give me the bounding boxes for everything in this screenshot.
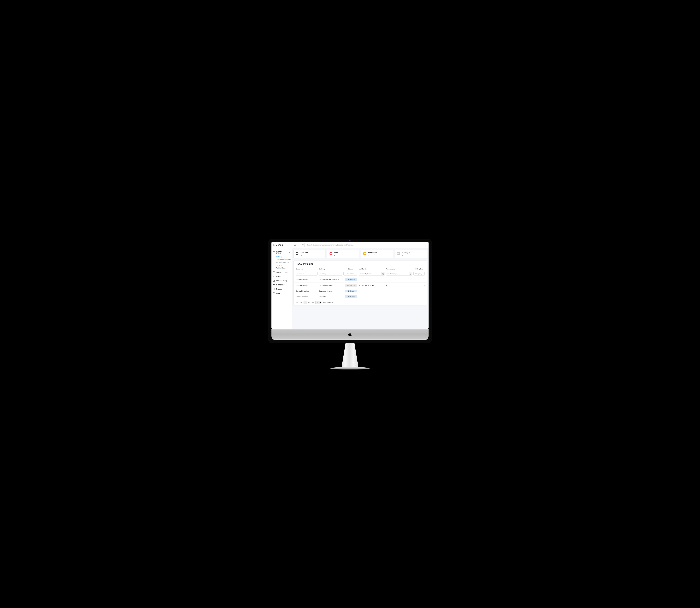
- cell-billing-day: -: [413, 284, 425, 286]
- scope-select-value: All: [294, 244, 296, 246]
- card-title: In Progress: [402, 251, 412, 253]
- sidebar-subitem-running[interactable]: Running: [276, 264, 292, 267]
- help-icon: [273, 292, 275, 294]
- card-value: 0: [334, 254, 338, 256]
- sidebar-nav: Overtime HVAC Invoicing Create New Reque…: [271, 248, 292, 297]
- building-icon: [273, 280, 275, 282]
- pager-prev-button[interactable]: ◀: [300, 301, 303, 304]
- cell-status: Not Ready: [344, 296, 359, 298]
- sort-asc-icon: ↑: [395, 268, 396, 270]
- card-reconciliation[interactable]: Reconciliation 0: [361, 250, 393, 258]
- sidebar: Genea Overtime HVAC Invoicing Create New…: [271, 242, 292, 329]
- filter-building-input[interactable]: [319, 272, 342, 276]
- calendar-icon[interactable]: [409, 272, 412, 276]
- svg-rect-15: [330, 252, 332, 253]
- sidebar-item-users[interactable]: Users: [271, 274, 292, 279]
- monitor-stand-neck: [336, 343, 364, 367]
- sidebar-subitem-request-schedule[interactable]: Request Schedule: [276, 261, 292, 264]
- calendar-progress-icon: [397, 252, 400, 255]
- cell-last-invoice: -: [359, 290, 386, 292]
- th-customer[interactable]: Customer: [296, 268, 319, 270]
- sidebar-item-label: Reports: [276, 288, 282, 290]
- cell-building: test 9928: [319, 296, 344, 298]
- card-value: 0: [368, 254, 380, 256]
- status-badge: Not Ready: [345, 278, 357, 281]
- invoicing-table: Customer Building Status Last Invoice Ne…: [294, 267, 427, 305]
- sidebar-item-platform-setup[interactable]: Platform Setup: [271, 279, 292, 283]
- apple-logo-icon: [348, 332, 352, 337]
- th-last-invoice[interactable]: Last Invoice: [359, 268, 386, 270]
- sidebar-item-label: Submeter Billing: [276, 271, 288, 273]
- card-title: Reconciliation: [368, 251, 380, 253]
- bell-icon: [273, 284, 275, 286]
- cell-next-invoice: -: [386, 284, 413, 286]
- table-row[interactable]: Genea ValidationGenea Demo TowerIn Progr…: [294, 282, 427, 288]
- sidebar-item-notifications[interactable]: Notifications: [271, 283, 292, 287]
- sidebar-item-help[interactable]: Help: [271, 291, 292, 296]
- cell-billing-day: -: [413, 296, 425, 298]
- sidebar-group-overtime-hvac[interactable]: Overtime HVAC: [271, 249, 292, 255]
- sidebar-item-label: Help: [276, 292, 280, 294]
- card-in-progress[interactable]: In Progress 1: [395, 250, 427, 258]
- calendar-check-icon: [363, 252, 366, 255]
- pager-last-button[interactable]: ⏭: [311, 301, 314, 304]
- th-next-invoice[interactable]: Next Invoice↑: [386, 268, 413, 270]
- calendar-due-icon: [329, 252, 332, 255]
- filter-billing-day-input[interactable]: [413, 272, 425, 276]
- sidebar-item-label: Notifications: [276, 284, 285, 286]
- sidebar-item-submeter-billing[interactable]: Submeter Billing: [271, 270, 292, 274]
- search-input[interactable]: [306, 243, 427, 247]
- svg-rect-8: [274, 280, 275, 281]
- app-screen: Genea Overtime HVAC Invoicing Create New…: [271, 242, 429, 329]
- brand-name: Genea: [276, 244, 283, 246]
- card-due[interactable]: Due 0: [327, 250, 359, 258]
- filter-last-date[interactable]: [359, 272, 385, 276]
- th-billing-day[interactable]: Billing Day: [413, 268, 425, 270]
- cell-customer: Genea Validation: [296, 296, 319, 298]
- content: Overdue 0 Due 0: [292, 248, 429, 307]
- card-value: 0: [300, 254, 308, 256]
- gauge-icon: [273, 271, 275, 273]
- sidebar-subitem-activity-history[interactable]: Activity History: [276, 267, 292, 269]
- report-icon: [273, 288, 275, 290]
- filter-next-date[interactable]: [386, 272, 412, 276]
- table-row[interactable]: Genea ValidationGenea Validation Buildin…: [294, 277, 427, 282]
- monitor-bezel: Genea Overtime HVAC Invoicing Create New…: [268, 239, 432, 343]
- sidebar-subitem-create-new-request[interactable]: Create New Request: [276, 258, 292, 261]
- card-title: Due: [334, 251, 338, 253]
- brand-logo[interactable]: Genea: [271, 243, 292, 248]
- cell-billing-day: -: [413, 290, 425, 292]
- sidebar-subitem-invoicing[interactable]: Invoicing: [276, 255, 292, 258]
- cell-last-invoice: -: [359, 279, 386, 280]
- sidebar-item-reports[interactable]: Reports: [271, 287, 292, 291]
- svg-rect-19: [410, 273, 411, 274]
- imac-mockup: Genea Overtime HVAC Invoicing Create New…: [268, 239, 432, 369]
- pager-page-size-select[interactable]: 20: [315, 301, 322, 304]
- cell-status: Not Ready: [344, 278, 359, 281]
- pager-next-button[interactable]: ▶: [308, 301, 310, 304]
- panel-title: HVAC Invoicing: [294, 261, 427, 267]
- pager-label: items per page: [323, 302, 333, 303]
- svg-rect-7: [273, 280, 274, 281]
- cell-building: Genea Demo Tower: [319, 284, 344, 286]
- monitor-chin: [271, 329, 429, 340]
- filter-status-select[interactable]: Any Status: [344, 272, 357, 276]
- table-row[interactable]: Genea Validationtest 9928Not Ready---: [294, 294, 427, 300]
- scope-select[interactable]: All: [293, 243, 305, 247]
- pager-first-button[interactable]: ⏮: [296, 301, 299, 304]
- th-status[interactable]: Status: [344, 268, 359, 270]
- monitor-stand-base: [330, 367, 370, 369]
- filter-customer-input[interactable]: [296, 272, 317, 276]
- cell-building: Genea Validation Building #1: [319, 279, 344, 280]
- cell-building: Simulated Building: [319, 290, 344, 292]
- card-overdue[interactable]: Overdue 0: [293, 250, 326, 258]
- cell-last-invoice: -: [359, 296, 386, 298]
- caret-down-icon: [303, 244, 304, 246]
- summary-cards: Overdue 0 Due 0: [293, 250, 427, 258]
- topbar: All: [292, 242, 429, 248]
- cell-customer: Genea Validation: [296, 284, 319, 286]
- th-building[interactable]: Building: [319, 268, 344, 270]
- camera-icon: [349, 240, 351, 241]
- calendar-icon[interactable]: [382, 272, 385, 276]
- table-row[interactable]: Genea SimulationSimulated BuildingNot Re…: [294, 288, 427, 294]
